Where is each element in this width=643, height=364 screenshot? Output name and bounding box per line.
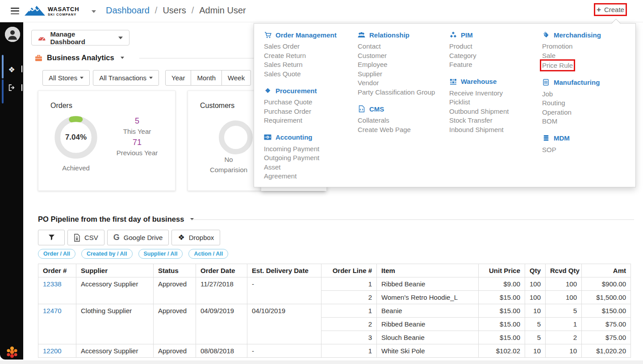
order-number-link[interactable]: 12338 xyxy=(43,280,62,288)
menu-item-job[interactable]: Job xyxy=(542,90,634,99)
menu-item-collaterals[interactable]: Collaterals xyxy=(358,116,449,125)
section-order-management: Order Management Sales Order Create Retu… xyxy=(264,30,355,79)
order-line-cell: 1 xyxy=(322,344,377,358)
menu-item-create-web-page[interactable]: Create Web Page xyxy=(358,125,449,135)
top-header-bar: WASATCH SKI COMPANY Dashboard / Users / … xyxy=(0,0,643,22)
period-tab-month[interactable]: Month xyxy=(191,70,222,86)
menu-item-outgoing-payment[interactable]: Outgoing Payment xyxy=(264,153,355,163)
period-tab-year[interactable]: Year xyxy=(165,70,191,86)
qty-cell: 100 xyxy=(525,291,546,304)
section-caret-icon[interactable] xyxy=(121,57,124,59)
menu-item-sales-order[interactable]: Sales Order xyxy=(264,42,355,51)
po-pipeline-title: PO Pipeline from the first day of busine… xyxy=(38,215,184,223)
users-icon xyxy=(358,32,365,38)
create-menu-column-1: Order Management Sales Order Create Retu… xyxy=(264,30,355,181)
transactions-filter-dropdown[interactable]: All Transactions xyxy=(93,70,159,86)
chip-created-by-all[interactable]: Created by / All xyxy=(81,249,133,259)
menu-item-category[interactable]: Category xyxy=(449,51,541,61)
nav-caret-icon[interactable] xyxy=(92,10,96,13)
menu-item-feature[interactable]: Feature xyxy=(449,60,541,70)
menu-item-stock-transfer[interactable]: Stock Transfer xyxy=(449,116,541,125)
amt-cell: $900.00 xyxy=(582,277,631,291)
est-delivery-cell: - xyxy=(247,277,322,304)
manage-dashboard-button[interactable]: Manage Dashboard xyxy=(31,30,129,46)
sidebar-tick xyxy=(21,66,22,72)
menu-item-employee[interactable]: Employee xyxy=(358,60,449,70)
menu-item-party-classification-group[interactable]: Party Classification Group xyxy=(358,88,449,97)
file-code-icon xyxy=(358,105,365,112)
menu-item-requirement[interactable]: Requirement xyxy=(264,116,355,125)
menu-item-outbound-shipment[interactable]: Outbound Shipment xyxy=(449,107,541,116)
breadcrumb-users[interactable]: Users xyxy=(163,5,186,16)
menu-item-routing[interactable]: Routing xyxy=(542,99,634,108)
menu-item-product[interactable]: Product xyxy=(449,42,541,51)
sign-out-icon[interactable] xyxy=(0,84,23,94)
avatar[interactable] xyxy=(5,27,20,42)
price-rule-highlight[interactable]: Price Rule xyxy=(542,62,573,69)
breadcrumb-admin-user[interactable]: Admin User xyxy=(199,5,246,16)
create-button[interactable]: + Create xyxy=(597,6,624,13)
mdm-header: MDM xyxy=(542,133,634,143)
menu-item-contact[interactable]: Contact xyxy=(358,42,449,51)
menu-item-asset[interactable]: Asset xyxy=(264,163,355,172)
orders-achieved-pct: 7.04% xyxy=(52,133,100,142)
menu-item-vendor[interactable]: Vendor xyxy=(358,79,449,88)
orders-prev-year-value: 71 xyxy=(105,137,169,148)
menu-item-picklist[interactable]: Picklist xyxy=(449,98,541,107)
chip-supplier-all[interactable]: Supplier / All xyxy=(138,249,183,259)
company-logo[interactable]: WASATCH SKI COMPANY xyxy=(25,4,79,18)
menu-item-sales-quote[interactable]: Sales Quote xyxy=(264,70,355,79)
app-window: WASATCH SKI COMPANY Dashboard / Users / … xyxy=(0,0,643,364)
stores-filter-dropdown[interactable]: All Stores xyxy=(42,70,90,86)
section-procurement: ❖ Procurement Purchase Quote Purchase Or… xyxy=(264,86,355,125)
chip-action-all[interactable]: Action / All xyxy=(188,249,228,259)
menu-item-sale[interactable]: Sale xyxy=(542,51,634,61)
chip-order-all[interactable]: Order / All xyxy=(38,249,75,259)
menu-item-agreement[interactable]: Agreement xyxy=(264,172,355,181)
gauge-icon xyxy=(38,35,46,41)
accounting-header: Accounting xyxy=(264,132,355,142)
section-relationship: Relationship Contact Customer Employee S… xyxy=(358,30,449,97)
menu-item-bom[interactable]: BOM xyxy=(542,117,634,126)
order-number-link[interactable]: 12470 xyxy=(43,307,62,314)
item-cell: Ribbed Beanie xyxy=(377,277,479,291)
qty-cell: 10 xyxy=(525,344,546,358)
filter-button[interactable] xyxy=(38,230,65,245)
menu-item-supplier[interactable]: Supplier xyxy=(358,70,449,79)
menu-item-inbound-shipment[interactable]: Inbound Shipment xyxy=(449,125,541,135)
menu-item-create-return[interactable]: Create Return xyxy=(264,51,355,61)
hamburger-menu-icon[interactable] xyxy=(11,8,19,14)
menu-item-sop[interactable]: SOP xyxy=(542,145,634,155)
breadcrumb-dashboard[interactable]: Dashboard xyxy=(106,5,150,16)
section-cms: CMS Collaterals Create Web Page xyxy=(358,104,449,134)
menu-item-purchase-order[interactable]: Purchase Order xyxy=(264,107,355,116)
export-csv-button[interactable]: CSV xyxy=(67,230,104,245)
menu-item-price-rule[interactable]: Price Rule xyxy=(542,61,634,70)
tags-icon xyxy=(542,32,550,38)
amt-cell: $1,020.20 xyxy=(582,344,631,358)
menu-item-incoming-payment[interactable]: Incoming Payment xyxy=(264,145,355,154)
order-date-cell: 04/09/2019 xyxy=(196,304,247,344)
rcvd-qty-cell: 5 xyxy=(546,304,582,318)
rcvd-qty-cell: 10 xyxy=(546,344,582,358)
table-row: 12470 Clothing Supplier Approved 04/09/2… xyxy=(38,304,631,318)
menu-item-sales-return[interactable]: Sales Return xyxy=(264,60,355,70)
rcvd-qty-cell: 1 xyxy=(546,318,582,331)
table-header-row: Order # Supplier Status Order Date Est. … xyxy=(38,264,631,277)
customers-donut-chart xyxy=(217,119,255,156)
dropbox-sidebar-icon[interactable]: ❖ xyxy=(0,65,23,74)
order-number-link[interactable]: 12200 xyxy=(43,347,62,355)
est-delivery-cell: - xyxy=(247,344,322,358)
menu-item-promotion[interactable]: Promotion xyxy=(542,42,634,51)
period-tab-week[interactable]: Week xyxy=(221,70,251,86)
menu-item-receive-inventory[interactable]: Receive Inventory xyxy=(449,89,541,98)
cubes-icon xyxy=(449,32,457,38)
page-bottom-strip xyxy=(0,360,643,364)
pim-header: PIM xyxy=(449,30,541,40)
menu-item-purchase-quote[interactable]: Purchase Quote xyxy=(264,98,355,107)
menu-item-operation[interactable]: Operation xyxy=(542,108,634,117)
export-google-drive-button[interactable]: G Google Drive xyxy=(107,230,169,245)
col-status: Status xyxy=(154,264,196,277)
export-dropbox-button[interactable]: ❖ Dropbox xyxy=(171,230,220,245)
menu-item-customer[interactable]: Customer xyxy=(358,51,449,61)
